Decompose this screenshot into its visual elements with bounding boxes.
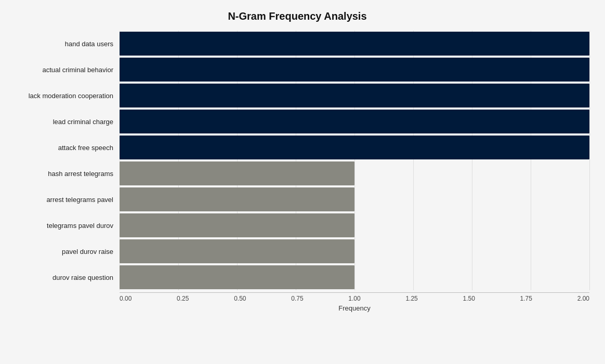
x-axis-label: Frequency bbox=[120, 304, 589, 312]
bar-label: arrest telegrams pavel bbox=[5, 196, 120, 204]
x-tick-label: 0.25 bbox=[177, 295, 189, 302]
bar-track bbox=[120, 84, 589, 107]
chart-container: N-Gram Frequency Analysis hand data user… bbox=[0, 0, 605, 364]
x-tick-label: 1.75 bbox=[520, 295, 532, 302]
x-tick-label: 0.00 bbox=[120, 295, 131, 302]
bar bbox=[120, 187, 354, 211]
bar-row: arrest telegrams pavel bbox=[5, 187, 589, 211]
bar-track bbox=[120, 265, 589, 289]
bar bbox=[120, 136, 589, 159]
bar-track bbox=[120, 58, 589, 82]
bar bbox=[120, 32, 589, 56]
bar-row: lead criminal charge bbox=[5, 110, 589, 133]
bar-label: attack free speech bbox=[5, 144, 120, 152]
bar-label: telegrams pavel durov bbox=[5, 222, 120, 230]
bar-track bbox=[120, 213, 589, 237]
bar-label: pavel durov raise bbox=[5, 248, 120, 255]
bar-label: hand data users bbox=[5, 40, 120, 48]
bar-row: pavel durov raise bbox=[5, 239, 589, 263]
grid-line bbox=[589, 31, 590, 290]
bar-track bbox=[120, 187, 589, 211]
x-axis: 0.000.250.500.751.001.251.501.752.00 Fre… bbox=[120, 292, 589, 312]
bar-row: hash arrest telegrams bbox=[5, 161, 589, 185]
bar-track bbox=[120, 161, 589, 185]
bar bbox=[120, 265, 354, 289]
bar-row: actual criminal behavior bbox=[5, 58, 589, 82]
chart-title: N-Gram Frequency Analysis bbox=[5, 10, 589, 22]
bar-label: lead criminal charge bbox=[5, 118, 120, 126]
x-tick-label: 1.50 bbox=[463, 295, 475, 302]
bar-track bbox=[120, 32, 589, 56]
bar bbox=[120, 161, 354, 185]
x-tick-label: 1.00 bbox=[348, 295, 360, 302]
bar bbox=[120, 58, 589, 82]
bar bbox=[120, 84, 589, 107]
bar-track bbox=[120, 239, 589, 263]
bar-label: durov raise question bbox=[5, 274, 120, 281]
bar bbox=[120, 239, 354, 263]
bar bbox=[120, 213, 354, 237]
x-tick-label: 0.50 bbox=[234, 295, 246, 302]
bar-label: hash arrest telegrams bbox=[5, 170, 120, 178]
bar-row: lack moderation cooperation bbox=[5, 84, 589, 107]
bar bbox=[120, 110, 589, 133]
bar-row: hand data users bbox=[5, 32, 589, 56]
bar-track bbox=[120, 110, 589, 133]
bar-row: attack free speech bbox=[5, 136, 589, 159]
x-tick-label: 1.25 bbox=[405, 295, 417, 302]
x-tick-label: 2.00 bbox=[577, 295, 589, 302]
bar-label: actual criminal behavior bbox=[5, 66, 120, 74]
bar-row: durov raise question bbox=[5, 265, 589, 289]
bar-row: telegrams pavel durov bbox=[5, 213, 589, 237]
x-tick-label: 0.75 bbox=[291, 295, 303, 302]
bar-label: lack moderation cooperation bbox=[5, 92, 120, 100]
bars-area: hand data usersactual criminal behaviorl… bbox=[5, 31, 589, 290]
bar-track bbox=[120, 136, 589, 159]
